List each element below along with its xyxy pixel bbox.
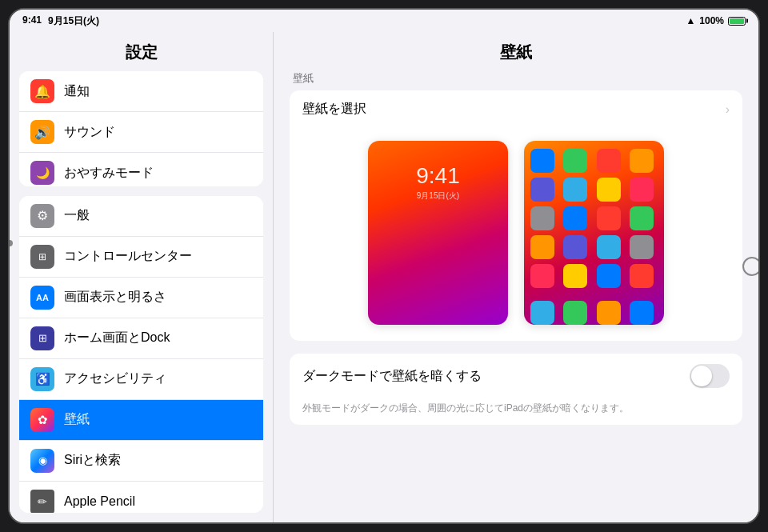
app-icon: [597, 206, 621, 230]
wallpaper-icon: ✿: [30, 408, 54, 432]
app-icon: [563, 206, 587, 230]
status-bar: 9:41 9月15日(火) ▲ 100%: [10, 10, 758, 32]
app-grid: [524, 141, 664, 325]
app-icon: [597, 235, 621, 259]
sidebar-item-controlcenter[interactable]: ⊞ コントロールセンター: [19, 237, 263, 278]
content-area: 壁紙 壁紙 壁紙を選択 › 9:41 9月15日(火): [274, 32, 758, 522]
time: 9:41: [22, 14, 42, 28]
app-icon: [530, 301, 554, 325]
wifi-icon: ▲: [686, 15, 695, 26]
app-icon: [530, 178, 554, 202]
app-icon: [597, 149, 621, 173]
app-icon: [597, 178, 621, 202]
applepencil-icon: ✏: [30, 490, 54, 513]
darkmode-row: ダークモードで壁紙を暗くする: [290, 354, 742, 398]
sidebar-item-sound[interactable]: 🔊 サウンド: [19, 112, 263, 153]
main-content: 設定 🔔 通知 🔊 サウンド 🌙 おやすみモード ⏱ スクリーンタイム: [10, 32, 758, 522]
app-icon: [530, 235, 554, 259]
battery-fill: [730, 18, 744, 24]
darkmode-description: 外観モードがダークの場合、周囲の光に応じてiPadの壁紙が暗くなります。: [290, 398, 742, 425]
sidebar-item-wallpaper[interactable]: ✿ 壁紙: [19, 400, 263, 441]
sound-label: サウンド: [64, 124, 115, 141]
content-body: 壁紙 壁紙を選択 › 9:41 9月15日(火): [274, 71, 758, 522]
darkmode-toggle[interactable]: [690, 364, 730, 388]
status-left: 9:41 9月15日(火): [22, 14, 99, 28]
lock-date: 9月15日(火): [417, 190, 459, 202]
battery-percent: 100%: [699, 15, 724, 26]
app-icon: [563, 149, 587, 173]
controlcenter-label: コントロールセンター: [64, 248, 192, 265]
chevron-right-icon: ›: [726, 102, 730, 117]
app-icon: [563, 235, 587, 259]
homescreen-preview[interactable]: [524, 141, 664, 325]
sidebar: 設定 🔔 通知 🔊 サウンド 🌙 おやすみモード ⏱ スクリーンタイム: [10, 32, 274, 522]
app-icon: [630, 178, 654, 202]
select-wallpaper-row[interactable]: 壁紙を選択 ›: [290, 90, 742, 128]
sidebar-item-donotdisturb[interactable]: 🌙 おやすみモード: [19, 153, 263, 186]
app-icon: [630, 264, 654, 288]
lockscreen-preview[interactable]: 9:41 9月15日(火): [368, 141, 508, 325]
status-right: ▲ 100%: [686, 15, 746, 26]
accessibility-label: アクセシビリティ: [64, 370, 166, 387]
sound-icon: 🔊: [30, 120, 54, 144]
darkmode-label: ダークモードで壁紙を暗くする: [302, 368, 482, 385]
sidebar-section-2: ⚙ 一般 ⊞ コントロールセンター AA 画面表示と明るさ ⊞ ホーム画面とDo…: [19, 196, 263, 513]
darkmode-card: ダークモードで壁紙を暗くする 外観モードがダークの場合、周囲の光に応じてiPad…: [290, 354, 742, 425]
app-icon: [530, 206, 554, 230]
notifications-label: 通知: [64, 83, 90, 100]
lock-time: 9:41: [416, 165, 460, 187]
sidebar-item-siri[interactable]: ◉ Siriと検索: [19, 441, 263, 482]
general-icon: ⚙: [30, 204, 54, 228]
app-icon: [630, 235, 654, 259]
sidebar-item-homescreen[interactable]: ⊞ ホーム画面とDock: [19, 318, 263, 359]
section-label: 壁紙: [290, 71, 742, 86]
sidebar-item-display[interactable]: AA 画面表示と明るさ: [19, 278, 263, 318]
applepencil-label: Apple Pencil: [64, 494, 135, 509]
app-icon: [563, 264, 587, 288]
app-icon: [530, 149, 554, 173]
donotdisturb-icon: 🌙: [30, 161, 54, 185]
home-button[interactable]: [742, 257, 760, 276]
general-label: 一般: [64, 207, 90, 224]
app-icon: [630, 149, 654, 173]
wallpaper-card: 壁紙を選択 › 9:41 9月15日(火): [290, 90, 742, 341]
select-wallpaper-text: 壁紙を選択: [302, 101, 366, 118]
lockscreen-wallpaper: 9:41 9月15日(火): [368, 141, 508, 325]
display-icon: AA: [30, 286, 54, 310]
donotdisturb-label: おやすみモード: [64, 165, 154, 182]
siri-label: Siriと検索: [64, 452, 121, 469]
app-icon: [563, 301, 587, 325]
controlcenter-icon: ⊞: [30, 245, 54, 269]
siri-icon: ◉: [30, 449, 54, 473]
sidebar-title: 設定: [10, 32, 273, 71]
app-icon: [630, 301, 654, 325]
app-icon: [530, 264, 554, 288]
app-icon: [563, 178, 587, 202]
app-icon: [597, 264, 621, 288]
homescreen-wallpaper: [524, 141, 664, 325]
ipad-frame: 9:41 9月15日(火) ▲ 100% 設定 🔔 通知 🔊: [8, 8, 760, 524]
display-label: 画面表示と明るさ: [64, 289, 166, 306]
content-title: 壁紙: [274, 32, 758, 71]
homescreen-icon: ⊞: [30, 326, 54, 350]
homescreen-label: ホーム画面とDock: [64, 330, 170, 346]
battery-indicator: [728, 17, 746, 26]
sidebar-item-applepencil[interactable]: ✏ Apple Pencil: [19, 482, 263, 513]
wallpaper-previews: 9:41 9月15日(火): [290, 128, 742, 341]
wallpaper-label: 壁紙: [64, 411, 90, 428]
date: 9月15日(火): [48, 14, 99, 28]
accessibility-icon: ♿: [30, 367, 54, 391]
sidebar-item-notifications[interactable]: 🔔 通知: [19, 71, 263, 112]
app-icon: [630, 206, 654, 230]
notifications-icon: 🔔: [30, 79, 54, 103]
app-icon: [597, 301, 621, 325]
sidebar-item-accessibility[interactable]: ♿ アクセシビリティ: [19, 359, 263, 400]
sidebar-item-general[interactable]: ⚙ 一般: [19, 196, 263, 237]
sidebar-section-1: 🔔 通知 🔊 サウンド 🌙 おやすみモード ⏱ スクリーンタイム: [19, 71, 263, 186]
